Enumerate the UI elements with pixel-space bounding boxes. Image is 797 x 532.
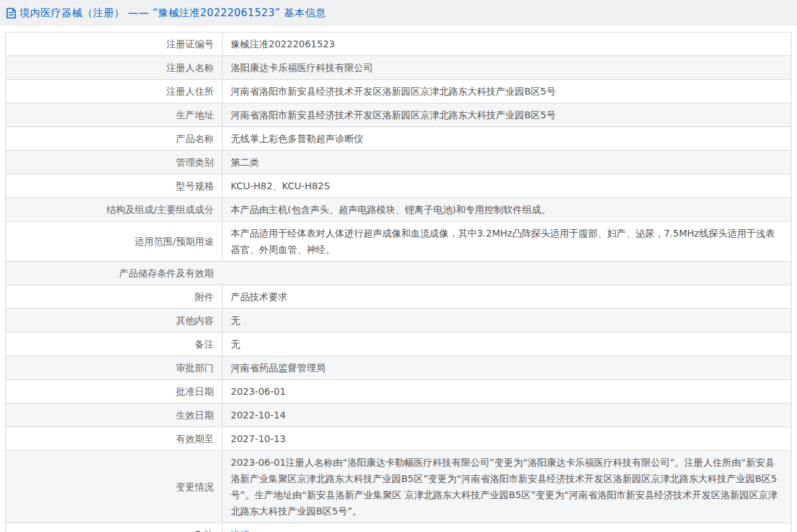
row-label: 结构及组成/主要组成成分: [6, 198, 223, 222]
table-row: 注册证编号 豫械注准20222061523: [6, 32, 792, 56]
row-value: 河南省药品监督管理局: [223, 356, 792, 380]
row-value: 详情: [223, 523, 792, 532]
table-row: 产品储存条件及有效期: [6, 262, 792, 285]
row-value: 无: [223, 309, 792, 333]
row-label: 生效日期: [6, 404, 223, 427]
row-label: 适用范围/预期用途: [6, 222, 223, 262]
row-label: 注: [6, 523, 223, 532]
row-label: 附件: [6, 285, 223, 309]
row-label: 有效期至: [6, 427, 223, 451]
table-row: 有效期至 2027-10-13: [6, 427, 792, 451]
table-row: 变更情况 2023-06-01注册人名称由“洛阳康达卡勒幅医疗科技有限公司”变更…: [6, 451, 792, 523]
row-value: 河南省洛阳市新安县经济技术开发区洛新园区京津北路东大科技产业园B区5号: [223, 80, 792, 103]
row-label: 变更情况: [6, 451, 223, 523]
row-value: 洛阳康达卡乐福医疗科技有限公司: [223, 56, 792, 80]
row-label-text: 注: [204, 529, 214, 532]
row-value: 2023-06-01注册人名称由“洛阳康达卡勒幅医疗科技有限公司”变更为“洛阳康…: [223, 451, 792, 523]
row-value: 豫械注准20222061523: [223, 32, 792, 56]
table-row: 注册人住所 河南省洛阳市新安县经济技术开发区洛新园区京津北路东大科技产业园B区5…: [6, 80, 792, 103]
note-icon: [193, 528, 202, 532]
row-value: 产品技术要求: [223, 285, 792, 309]
table-row: 管理类别 第二类: [6, 151, 792, 174]
page-title: 境内医疗器械（注册） —— “豫械注准20222061523” 基本信息: [20, 7, 326, 20]
table-row: 备注 无: [6, 333, 792, 356]
table-row: 其他内容 无: [6, 309, 792, 333]
table-row: 生效日期 2022-10-14: [6, 404, 792, 427]
row-label: 管理类别: [6, 151, 223, 174]
row-value: 本产品由主机(包含声头、超声电路模块、锂离子电池)和专用控制软件组成。: [223, 198, 792, 222]
row-value: 2027-10-13: [223, 427, 792, 451]
document-icon: [6, 7, 16, 19]
row-label: 注册人住所: [6, 80, 223, 103]
row-label: 生产地址: [6, 103, 223, 127]
row-label: 备注: [6, 333, 223, 356]
row-label: 型号规格: [6, 174, 223, 198]
row-label: 注册人名称: [6, 56, 223, 80]
table-row: 注 详情: [6, 523, 792, 532]
row-value: KCU-H82、KCU-H82S: [223, 174, 792, 198]
row-value: 无: [223, 333, 792, 356]
row-value: 本产品适用于经体表对人体进行超声成像和血流成像，其中3.2MHz凸阵探头适用于腹…: [223, 222, 792, 262]
table-row: 型号规格 KCU-H82、KCU-H82S: [6, 174, 792, 198]
row-label: 其他内容: [6, 309, 223, 333]
page-header: 境内医疗器械（注册） —— “豫械注准20222061523” 基本信息: [0, 0, 797, 26]
info-table: 注册证编号 豫械注准20222061523 注册人名称 洛阳康达卡乐福医疗科技有…: [5, 32, 792, 532]
row-label: 产品储存条件及有效期: [6, 262, 223, 285]
row-value: 第二类: [223, 151, 792, 174]
row-value: 河南省洛阳市新安县经济技术开发区洛新园区京津北路东大科技产业园B区5号: [223, 103, 792, 127]
row-value: [223, 262, 792, 285]
table-row: 批准日期 2023-06-01: [6, 380, 792, 404]
table-row: 结构及组成/主要组成成分 本产品由主机(包含声头、超声电路模块、锂离子电池)和专…: [6, 198, 792, 222]
row-label: 产品名称: [6, 127, 223, 151]
table-row: 审批部门 河南省药品监督管理局: [6, 356, 792, 380]
row-label: 批准日期: [6, 380, 223, 404]
table-row: 适用范围/预期用途 本产品适用于经体表对人体进行超声成像和血流成像，其中3.2M…: [6, 222, 792, 262]
details-link[interactable]: 详情: [231, 529, 250, 532]
row-value: 2023-06-01: [223, 380, 792, 404]
row-value: 2022-10-14: [223, 404, 792, 427]
table-row: 注册人名称 洛阳康达卡乐福医疗科技有限公司: [6, 56, 792, 80]
row-label: 审批部门: [6, 356, 223, 380]
table-row: 生产地址 河南省洛阳市新安县经济技术开发区洛新园区京津北路东大科技产业园B区5号: [6, 103, 792, 127]
table-row: 产品名称 无线掌上彩色多普勒超声诊断仪: [6, 127, 792, 151]
row-label: 注册证编号: [6, 32, 223, 56]
row-value: 无线掌上彩色多普勒超声诊断仪: [223, 127, 792, 151]
table-row: 附件 产品技术要求: [6, 285, 792, 309]
